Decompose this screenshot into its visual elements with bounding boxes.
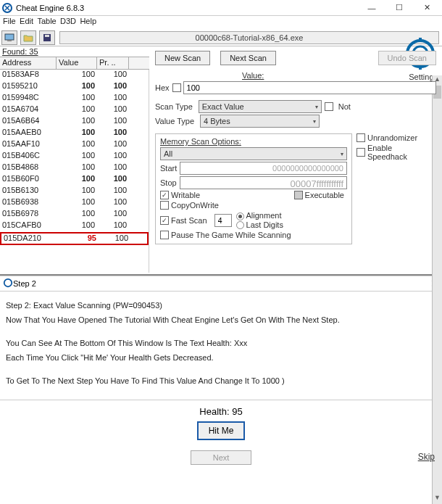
value-label: Value: — [242, 71, 264, 80]
value-input[interactable] — [183, 81, 436, 94]
skip-link[interactable]: Skip — [418, 452, 435, 462]
cell-value: 100 — [57, 174, 97, 186]
pause-checkbox[interactable] — [160, 231, 169, 239]
cell-value: 95 — [58, 234, 99, 244]
table-row[interactable]: 015CAFB0100100 — [0, 220, 149, 232]
col-value[interactable]: Value — [57, 57, 97, 69]
minimize-button[interactable]: — — [358, 0, 385, 16]
col-address[interactable]: Address — [0, 57, 57, 69]
start-input[interactable]: 0000000000000000 — [180, 162, 347, 175]
menu-table[interactable]: Table — [37, 17, 56, 25]
valtype-select[interactable]: 4 Bytes▾ — [200, 115, 320, 128]
cow-label: CopyOnWrite — [171, 201, 219, 210]
table-row[interactable]: 015B6130100100 — [0, 186, 149, 197]
cell-value: 100 — [57, 197, 97, 209]
table-row[interactable]: 0159948C100100 — [0, 93, 149, 104]
table-row[interactable]: 015B6978100100 — [0, 209, 149, 220]
cell-address: 015B60F0 — [0, 174, 57, 186]
cell-address: 01595210 — [0, 81, 57, 93]
table-row[interactable]: 01583AF8100100 — [0, 70, 149, 81]
alignment-label: Alignment — [246, 211, 282, 220]
process-display[interactable]: 00000c68-Tutorial-x86_64.exe — [59, 31, 439, 44]
cell-previous: 100 — [99, 234, 130, 244]
table-row[interactable]: 015AAEB0100100 — [0, 128, 149, 139]
table-row[interactable]: 015A6B64100100 — [0, 116, 149, 128]
table-row[interactable]: 015DA21095100 — [0, 232, 149, 245]
open-process-button[interactable] — [1, 30, 17, 45]
writable-label: Writable — [171, 191, 200, 199]
cell-previous: 100 — [97, 104, 129, 116]
scantype-select[interactable]: Exact Value▾ — [199, 100, 322, 113]
cell-previous: 100 — [97, 197, 129, 209]
cell-previous: 100 — [97, 81, 129, 93]
health-label: Health: 95 — [0, 406, 442, 417]
speedhack-checkbox[interactable] — [356, 148, 365, 157]
cell-address: 015B6938 — [0, 197, 57, 209]
app-icon — [3, 278, 13, 289]
table-row[interactable]: 01595210100100 — [0, 81, 149, 93]
executable-label: Executable — [305, 191, 344, 199]
window-title: Cheat Engine 6.8.3 — [16, 4, 358, 12]
writable-checkbox[interactable] — [160, 191, 169, 199]
menu-d3d[interactable]: D3D — [60, 17, 76, 25]
table-row[interactable]: 015A6704100100 — [0, 104, 149, 116]
menu-file[interactable]: File — [3, 17, 16, 25]
step2-line: You Can See At The Bottom Of This Window… — [6, 336, 436, 350]
menu-help[interactable]: Help — [80, 17, 96, 25]
alignment-radio[interactable] — [236, 212, 244, 220]
next-scan-button[interactable]: Next Scan — [220, 51, 276, 65]
menu-edit[interactable]: Edit — [20, 17, 33, 25]
maximize-button[interactable]: ☐ — [385, 0, 413, 16]
start-label: Start — [160, 164, 177, 173]
app-icon — [1, 2, 13, 14]
cell-address: 015DA210 — [1, 234, 58, 244]
table-row[interactable]: 015B4868100100 — [0, 162, 149, 174]
scan-panel: New Scan Next Scan Undo Scan Value: Hex … — [149, 46, 442, 273]
cell-value: 100 — [57, 151, 97, 162]
col-previous[interactable]: Pr. .. — [97, 57, 129, 69]
step2-bottom: Health: 95 Hit Me Next Skip — [0, 400, 442, 468]
results-panel: Found: 35 Address Value Pr. .. 01583AF81… — [0, 46, 149, 273]
table-row[interactable]: 015AAF10100100 — [0, 139, 149, 151]
cell-previous: 100 — [97, 93, 129, 104]
cell-address: 015AAF10 — [0, 139, 57, 151]
table-row[interactable]: 015B60F0100100 — [0, 174, 149, 186]
svg-rect-2 — [7, 40, 12, 41]
hex-checkbox[interactable] — [172, 83, 181, 92]
speedhack-label: Enable Speedhack — [367, 144, 433, 161]
lastdigits-label: Last Digits — [246, 220, 283, 229]
cell-value: 100 — [57, 139, 97, 151]
stop-input[interactable]: 00007fffffffffff — [180, 176, 347, 189]
not-label: Not — [338, 102, 351, 111]
cell-value: 100 — [57, 81, 97, 93]
save-button[interactable] — [39, 30, 55, 45]
cell-address: 015CAFB0 — [0, 220, 57, 232]
svg-point-11 — [4, 279, 12, 287]
mem-options-label: Memory Scan Options: — [160, 137, 347, 146]
cow-checkbox[interactable] — [160, 201, 169, 210]
executable-checkbox[interactable] — [294, 191, 303, 199]
cell-previous: 100 — [97, 70, 129, 81]
table-row[interactable]: 015B6938100100 — [0, 197, 149, 209]
cell-address: 01583AF8 — [0, 70, 57, 81]
not-checkbox[interactable] — [325, 102, 333, 111]
new-scan-button[interactable]: New Scan — [155, 51, 210, 65]
table-row[interactable]: 015B406C100100 — [0, 151, 149, 162]
fastscan-checkbox[interactable] — [160, 216, 169, 225]
next-button[interactable]: Next — [191, 450, 252, 465]
open-file-button[interactable] — [20, 30, 36, 45]
cell-previous: 100 — [97, 174, 129, 186]
lastdigits-radio[interactable] — [236, 221, 244, 229]
cell-previous: 100 — [97, 139, 129, 151]
mem-scope-select[interactable]: All▾ — [160, 147, 347, 160]
scroll-down-icon[interactable]: ▼ — [433, 494, 442, 504]
close-button[interactable]: ✕ — [413, 0, 441, 16]
hitme-button[interactable]: Hit Me — [197, 421, 246, 440]
cell-previous: 100 — [97, 162, 129, 174]
cell-value: 100 — [57, 93, 97, 104]
undo-scan-button[interactable]: Undo Scan — [378, 51, 436, 65]
unrandomizer-checkbox[interactable] — [356, 133, 365, 142]
fastscan-input[interactable] — [214, 214, 232, 227]
chevron-down-icon: ▾ — [315, 104, 318, 110]
cell-value: 100 — [57, 116, 97, 128]
